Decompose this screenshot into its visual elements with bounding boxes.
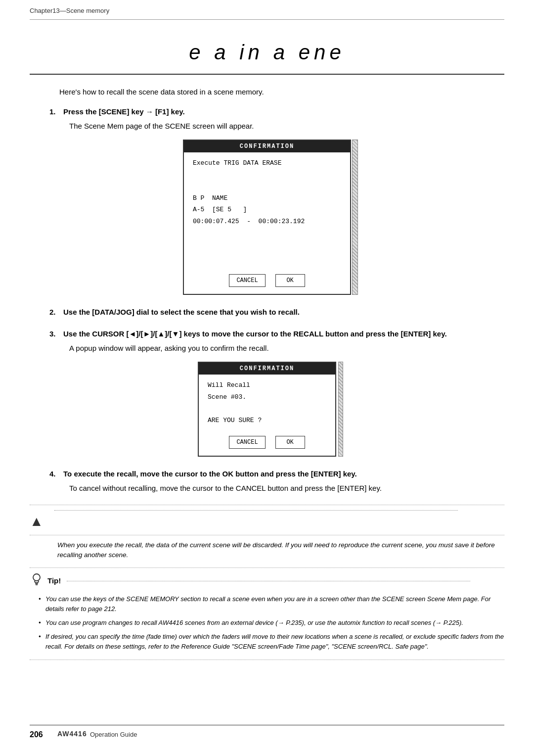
step-1-text: Press the [SCENE] key → [F1] key. (63, 106, 504, 118)
screen1-line-6 (193, 228, 341, 238)
tip-bullet-2: If desired, you can specify the time (fa… (39, 632, 504, 652)
screen1-line-2 (193, 182, 341, 191)
screen1-outer: CONFIRMATION Execute TRIG DATA ERASE B P… (183, 140, 351, 295)
warning-box: ▲ (30, 505, 504, 535)
footer-brand: AW4416 Operation Guide (57, 728, 137, 741)
intro-paragraph: Here's how to recall the scene data stor… (59, 87, 504, 98)
screen2-cancel-btn[interactable]: CANCEL (229, 436, 265, 449)
screen2-line-1: Scene #03. (208, 392, 326, 402)
screen1-title: CONFIRMATION (184, 141, 350, 152)
tip-icon (30, 572, 44, 590)
screen1-line-1 (193, 170, 341, 180)
step-4-num: 4. (49, 469, 63, 480)
breadcrumb: Chapter13—Scene memory (30, 0, 504, 20)
screen1-line-4: A-5 [SE 5 ] (193, 205, 341, 215)
screen1-scrollbar (352, 140, 358, 295)
screen1-line-0: Execute TRIG DATA ERASE (193, 158, 341, 168)
warning-dot-line (54, 510, 458, 511)
step-4-sub: To cancel without recalling, move the cu… (69, 483, 504, 494)
step-2-text: Use the [DATA/JOG] dial to select the sc… (63, 307, 504, 318)
tip-bullets: You can use the keys of the SCENE MEMORY… (30, 594, 504, 652)
brand-logo: AW4416 (57, 728, 87, 741)
tip-bullet-0: You can use the keys of the SCENE MEMORY… (39, 594, 504, 614)
chapter-title: e a in a ene (30, 28, 504, 75)
step-2-block: 2. Use the [DATA/JOG] dial to select the… (30, 307, 504, 318)
step-3-num: 3. (49, 329, 63, 340)
screen2-ok-btn[interactable]: OK (275, 436, 305, 449)
screen2-body: Will Recall Scene #03. ARE YOU SURE ? (199, 375, 335, 431)
step-2-num: 2. (49, 307, 63, 318)
warning-content: When you execute the recall, the data of… (30, 540, 504, 561)
footer-guide-text: Operation Guide (90, 730, 137, 740)
tip-label: Tip! (47, 575, 61, 587)
screen1-ok-btn[interactable]: OK (275, 274, 305, 287)
step-1-sub: The Scene Mem page of the SCENE screen w… (69, 121, 504, 132)
screen1-body: Execute TRIG DATA ERASE B P NAME A-5 [SE… (184, 152, 350, 269)
step-3-text: Use the CURSOR [◄]/[►]/[▲]/[▼] keys to m… (63, 329, 504, 340)
screen2-buttons: CANCEL OK (199, 431, 335, 456)
screen2-scrollbar (338, 362, 343, 457)
tip-box: Tip! You can use the keys of the SCENE M… (30, 567, 504, 661)
tip-bullet-1: You can use program changes to recall AW… (39, 618, 504, 628)
screen2-outer: CONFIRMATION Will Recall Scene #03. ARE … (198, 362, 336, 457)
screen1-line-8 (193, 251, 341, 261)
screen2-line-2 (208, 404, 326, 414)
screen1-line-7 (193, 240, 341, 250)
breadcrumb-text: Chapter13—Scene memory (30, 7, 109, 14)
step-1-num: 1. (49, 106, 63, 118)
warning-icon: ▲ (30, 511, 47, 532)
tip-dot-line (67, 581, 470, 581)
step-1-heading: 1. Press the [SCENE] key → [F1] key. (49, 106, 504, 118)
screen1-cancel-btn[interactable]: CANCEL (229, 274, 265, 287)
tip-header: Tip! (30, 572, 504, 590)
screen2-line-3: ARE YOU SURE ? (208, 416, 326, 425)
page-footer: 206 AW4416 Operation Guide (30, 725, 504, 741)
step-1-block: 1. Press the [SCENE] key → [F1] key. The… (30, 106, 504, 295)
screen1-box: CONFIRMATION Execute TRIG DATA ERASE B P… (183, 140, 351, 295)
warning-text: When you execute the recall, the data of… (57, 540, 504, 561)
screen1-buttons: CANCEL OK (184, 269, 350, 294)
screen2-wrap: CONFIRMATION Will Recall Scene #03. ARE … (30, 362, 504, 457)
step-4-heading: 4. To execute the recall, move the curso… (49, 469, 504, 480)
step-4-block: 4. To execute the recall, move the curso… (30, 469, 504, 494)
screen1-wrap: CONFIRMATION Execute TRIG DATA ERASE B P… (30, 140, 504, 295)
step-3-block: 3. Use the CURSOR [◄]/[►]/[▲]/[▼] keys t… (30, 329, 504, 457)
screen2-line-0: Will Recall (208, 380, 326, 390)
screen2-title: CONFIRMATION (199, 363, 335, 375)
step-2-heading: 2. Use the [DATA/JOG] dial to select the… (49, 307, 504, 318)
step-3-heading: 3. Use the CURSOR [◄]/[►]/[▲]/[▼] keys t… (49, 329, 504, 340)
svg-point-0 (33, 574, 40, 581)
footer-page-number: 206 (30, 729, 49, 741)
step-4-text: To execute the recall, move the cursor t… (63, 469, 504, 480)
page-container: Chapter13—Scene memory e a in a ene Here… (0, 0, 534, 756)
screen1-line-3: B P NAME (193, 193, 341, 203)
step-3-sub: A popup window will appear, asking you t… (69, 343, 504, 354)
svg-text:AW4416: AW4416 (57, 730, 87, 738)
screen2-box: CONFIRMATION Will Recall Scene #03. ARE … (198, 362, 336, 457)
screen1-line-5: 00:00:07.425 - 00:00:23.192 (193, 217, 341, 227)
